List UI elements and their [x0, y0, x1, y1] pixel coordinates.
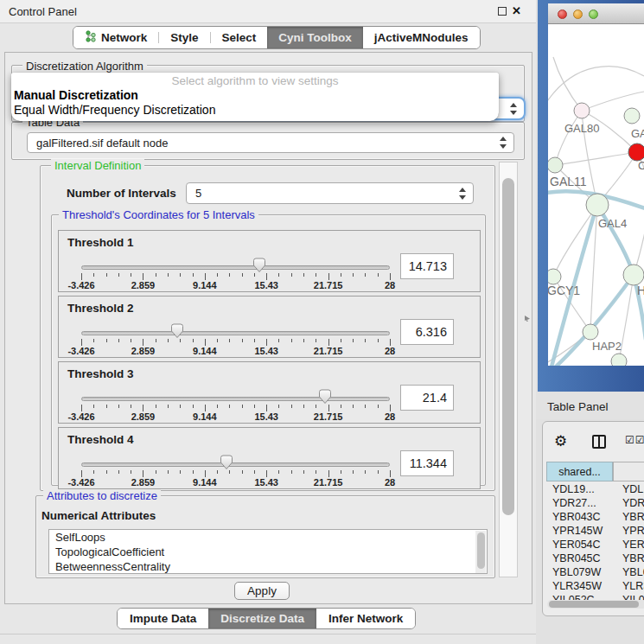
- checkboxes-icon[interactable]: ☑☑: [625, 434, 644, 446]
- threshold-value-field[interactable]: 14.713: [400, 253, 454, 279]
- network-window-titlebar[interactable]: [548, 3, 644, 24]
- cell-shared: YLR345W: [546, 580, 613, 592]
- cell-name: YBR0: [613, 511, 644, 523]
- apply-button[interactable]: Apply: [234, 582, 290, 600]
- table-row[interactable]: YDL19...YDL1: [546, 482, 644, 496]
- tab-label: Style: [170, 31, 198, 44]
- node-label-partial-right: H: [637, 284, 644, 297]
- table-row[interactable]: YER054CYER0: [546, 538, 644, 552]
- tab-discretize-data[interactable]: Discretize Data: [208, 609, 316, 628]
- control-panel: Control Panel ✕ Network Style Select Cyn…: [0, 0, 536, 644]
- table-row[interactable]: YLR345WYLR3: [546, 579, 644, 593]
- node-hap2[interactable]: [583, 324, 598, 340]
- tab-cyni-toolbox[interactable]: Cyni Toolbox: [267, 27, 363, 48]
- node-label-partial-top: GA: [631, 127, 644, 140]
- column-header-name[interactable]: n: [613, 462, 644, 481]
- node-gal11[interactable]: [548, 157, 563, 173]
- table-row[interactable]: YDR27...YDR2: [546, 496, 644, 510]
- interval-definition-group: Interval Definition Number of Intervals …: [40, 165, 495, 491]
- table-row[interactable]: YPR145WYPR1: [546, 524, 644, 538]
- node-gal4[interactable]: [586, 194, 609, 216]
- slider-track[interactable]: [81, 331, 390, 335]
- tab-label: Cyni Toolbox: [278, 31, 352, 44]
- threshold-value-field[interactable]: 6.316: [400, 319, 454, 345]
- slider-thumb[interactable]: [252, 258, 266, 273]
- slider-thumb[interactable]: [318, 389, 332, 405]
- cell-shared: YBR045C: [546, 552, 613, 564]
- cyni-toolbox-panel: Discretization Algorithm Select algorith…: [4, 52, 532, 604]
- close-icon[interactable]: ✕: [512, 4, 521, 17]
- table-data-combo-value: galFiltered.sif default node: [36, 137, 168, 150]
- close-traffic-light-icon[interactable]: [558, 10, 567, 19]
- cell-shared: YBR043C: [546, 511, 613, 523]
- scrollbar-thumb[interactable]: [477, 532, 485, 569]
- table-panel-titlebar: Table Panel: [536, 393, 644, 419]
- threshold-4-panel: Threshold 4 -3.4262.8599.14415.4321.7152…: [58, 427, 481, 489]
- columns-icon[interactable]: [592, 435, 606, 449]
- minimize-traffic-light-icon[interactable]: [573, 10, 583, 19]
- list-scrollbar[interactable]: [475, 531, 486, 573]
- interval-group-title: Interval Definition: [51, 159, 144, 172]
- tab-label: Network: [101, 31, 147, 44]
- tab-network[interactable]: Network: [73, 27, 158, 48]
- column-header-shared[interactable]: shared...: [546, 462, 613, 481]
- slider-track[interactable]: [81, 265, 390, 270]
- cell-shared: YER054C: [546, 539, 613, 551]
- node-partial-top[interactable]: [624, 108, 640, 124]
- popup-hint: Select algorithm to view settings: [11, 73, 499, 87]
- thresholds-group: Threshold's Coordinates for 5 Intervals …: [51, 214, 486, 486]
- attributes-group-title: Attributes to discretize: [43, 489, 161, 502]
- table-row[interactable]: YBL079WYBL0: [546, 565, 644, 579]
- cell-name: YBR0: [613, 552, 644, 564]
- node-selected-red[interactable]: [628, 143, 644, 161]
- main-vertical-scrollbar[interactable]: [499, 162, 518, 577]
- num-intervals-value: 5: [195, 187, 201, 200]
- network-view-window[interactable]: GAL80 GA C GAL11 GAL4 GCY1 H HAP2: [538, 0, 644, 392]
- combo-stepper-icon: [500, 137, 507, 149]
- threshold-value-field[interactable]: 21.4: [400, 385, 454, 411]
- table-row[interactable]: YBR043CYBR0: [546, 510, 644, 524]
- slider-ticks: [81, 273, 390, 280]
- table-row[interactable]: YBR045CYBR0: [546, 552, 644, 565]
- num-intervals-label: Number of Intervals: [67, 187, 176, 200]
- list-item[interactable]: SelfLoops: [49, 530, 487, 545]
- slider-thumb[interactable]: [170, 323, 184, 339]
- popup-option-manual[interactable]: Manual Discretization: [11, 87, 499, 102]
- network-canvas[interactable]: GAL80 GA C GAL11 GAL4 GCY1 H HAP2: [548, 24, 644, 366]
- list-item[interactable]: TopologicalCoefficient: [49, 545, 487, 559]
- slider-tick-labels: -3.4262.8599.14415.4321.71528: [81, 346, 390, 356]
- cell-name: YLR3: [613, 580, 644, 592]
- node-gcy1[interactable]: [548, 269, 561, 284]
- cell-name: YER0: [613, 539, 644, 551]
- numerical-attributes-list[interactable]: SelfLoops TopologicalCoefficient Between…: [48, 529, 488, 574]
- node-partial-bottom[interactable]: [611, 354, 627, 366]
- slider-track[interactable]: [81, 462, 390, 467]
- list-item[interactable]: BetweennessCentrality: [49, 559, 487, 574]
- algorithm-group-title: Discretization Algorithm: [22, 60, 147, 73]
- tab-select[interactable]: Select: [211, 27, 268, 48]
- node-gal80[interactable]: [574, 103, 590, 118]
- table-horizontal-scrollbar[interactable]: [547, 600, 644, 609]
- scrollbar-thumb[interactable]: [549, 601, 639, 608]
- scrollbar-thumb[interactable]: [502, 178, 514, 515]
- slider-thumb[interactable]: [220, 455, 233, 470]
- tab-jactivemnodules[interactable]: jActiveMNodules: [363, 27, 480, 48]
- popup-option-equal-width[interactable]: Equal Width/Frequency Discretization: [11, 102, 499, 117]
- tab-infer-network[interactable]: Infer Network: [316, 609, 415, 628]
- float-window-icon[interactable]: [498, 7, 507, 16]
- cell-shared: YPR145W: [546, 525, 613, 537]
- node-label-gcy1: GCY1: [548, 284, 580, 297]
- slider-track[interactable]: [81, 397, 390, 401]
- table-data-group: Table Data galFiltered.sif default node: [11, 122, 525, 160]
- tab-style[interactable]: Style: [159, 27, 209, 48]
- table-header-row: shared... n: [546, 462, 644, 481]
- table-data-combobox[interactable]: galFiltered.sif default node: [27, 132, 514, 153]
- zoom-traffic-light-icon[interactable]: [589, 10, 598, 19]
- tab-impute-data[interactable]: Impute Data: [118, 609, 208, 628]
- top-tab-bar: Network Style Select Cyni Toolbox jActiv…: [73, 26, 481, 49]
- gear-icon[interactable]: ⚙: [554, 432, 567, 450]
- num-intervals-combobox[interactable]: 5: [186, 182, 474, 204]
- node-partial-right[interactable]: [623, 265, 644, 285]
- threshold-value-field[interactable]: 11.344: [400, 450, 454, 476]
- divider: [0, 634, 536, 634]
